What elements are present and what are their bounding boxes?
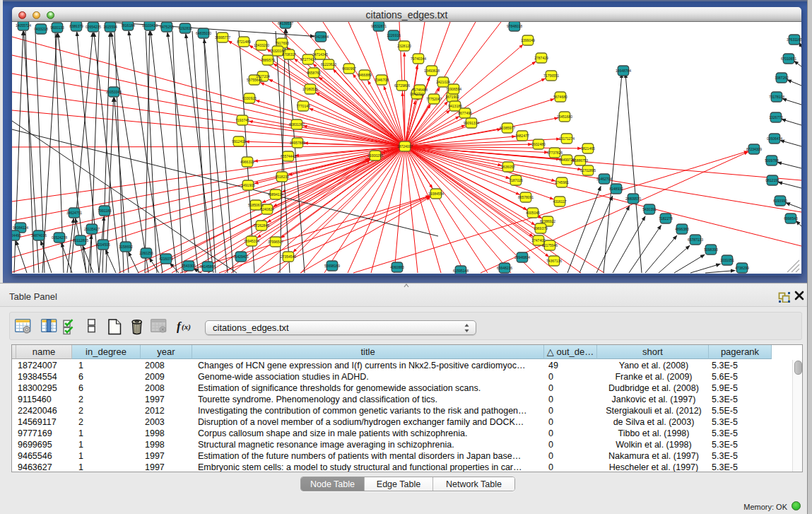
svg-text:62729806: 62729806 <box>394 83 410 88</box>
svg-text:8721489: 8721489 <box>237 40 251 44</box>
svg-text:9413186: 9413186 <box>448 104 462 108</box>
svg-text:7193745: 7193745 <box>235 118 249 122</box>
svg-text:1031051: 1031051 <box>720 258 734 262</box>
svg-text:1745961: 1745961 <box>555 180 569 185</box>
svg-text:15451680: 15451680 <box>557 115 572 119</box>
svg-text:34874016: 34874016 <box>31 233 47 238</box>
svg-text:5466889: 5466889 <box>358 73 372 77</box>
svg-text:3482477: 3482477 <box>515 134 529 138</box>
svg-text:1615594: 1615594 <box>103 25 117 29</box>
svg-text:2787429: 2787429 <box>534 56 548 60</box>
svg-text:20053346: 20053346 <box>106 90 122 94</box>
svg-text:36995777: 36995777 <box>215 35 230 40</box>
svg-text:1226916: 1226916 <box>387 33 401 37</box>
svg-text:6690967: 6690967 <box>342 66 356 71</box>
svg-text:4216073: 4216073 <box>159 257 173 261</box>
svg-text:7543303: 7543303 <box>182 264 196 268</box>
svg-text:7889579: 7889579 <box>261 58 275 62</box>
svg-text:74367136: 74367136 <box>546 259 562 263</box>
svg-text:7917693: 7917693 <box>275 41 289 45</box>
svg-text:71746488: 71746488 <box>412 88 428 92</box>
svg-text:7182278: 7182278 <box>659 216 673 221</box>
svg-text:0842710: 0842710 <box>410 92 424 96</box>
svg-text:8708317: 8708317 <box>282 52 296 57</box>
svg-text:65787133: 65787133 <box>688 238 703 242</box>
svg-text:16648784: 16648784 <box>616 69 631 73</box>
svg-text:5240824: 5240824 <box>260 207 274 211</box>
svg-text:7991183: 7991183 <box>98 209 111 213</box>
svg-text:1824493: 1824493 <box>12 233 21 238</box>
svg-text:1491905: 1491905 <box>241 183 255 187</box>
svg-text:25135427: 25135427 <box>84 227 100 231</box>
svg-text:1969379: 1969379 <box>534 226 548 230</box>
svg-text:87234309: 87234309 <box>746 147 762 151</box>
svg-text:62386922: 62386922 <box>540 219 555 223</box>
svg-text:6193990: 6193990 <box>773 199 787 203</box>
svg-text:2328120: 2328120 <box>397 44 411 48</box>
svg-text:7346706: 7346706 <box>375 78 389 82</box>
svg-text:3747407: 3747407 <box>531 238 546 243</box>
svg-text:0330923: 0330923 <box>242 96 257 100</box>
svg-text:8148932: 8148932 <box>609 187 623 191</box>
svg-text:9912419: 9912419 <box>232 139 246 144</box>
svg-text:55886753: 55886753 <box>572 158 588 163</box>
svg-text:4316117: 4316117 <box>553 199 566 204</box>
svg-text:5009788: 5009788 <box>765 158 779 163</box>
svg-text:37996507: 37996507 <box>268 240 283 244</box>
svg-text:77752047: 77752047 <box>426 97 442 101</box>
svg-text:19384554: 19384554 <box>428 192 444 196</box>
svg-text:4896383: 4896383 <box>675 227 689 231</box>
svg-text:96532871: 96532871 <box>371 24 387 28</box>
svg-text:1399049: 1399049 <box>521 38 535 42</box>
svg-text:0812191: 0812191 <box>765 178 779 182</box>
svg-text:67737826: 67737826 <box>547 151 563 155</box>
svg-text:99091334: 99091334 <box>464 121 479 125</box>
svg-text:6998543: 6998543 <box>784 216 798 221</box>
svg-text:51462704: 51462704 <box>596 177 612 181</box>
svg-text:82175946: 82175946 <box>542 243 558 247</box>
svg-text:55698169: 55698169 <box>324 264 340 268</box>
svg-text:4005045: 4005045 <box>526 211 540 215</box>
svg-text:5674680: 5674680 <box>553 95 567 99</box>
svg-text:4966319: 4966319 <box>240 160 254 164</box>
svg-text:60385977: 60385977 <box>500 126 515 130</box>
svg-text:62702895: 62702895 <box>580 168 596 173</box>
svg-text:81223623: 81223623 <box>321 62 336 66</box>
svg-text:34714345: 34714345 <box>312 52 328 57</box>
svg-text:13493618: 13493618 <box>424 69 440 73</box>
svg-text:19300295: 19300295 <box>367 153 383 158</box>
svg-text:1326773: 1326773 <box>769 115 783 119</box>
svg-text:29946804: 29946804 <box>514 255 530 259</box>
svg-text:3518233: 3518233 <box>275 175 289 179</box>
svg-text:71756551: 71756551 <box>543 74 559 78</box>
svg-text:34957885: 34957885 <box>290 141 305 145</box>
svg-text:5098393: 5098393 <box>704 247 718 252</box>
svg-text:18724007: 18724007 <box>397 144 413 148</box>
svg-text:67010651: 67010651 <box>781 57 796 61</box>
svg-text:28809570: 28809570 <box>625 197 641 201</box>
svg-text:64835030: 64835030 <box>196 31 211 35</box>
svg-text:02606474: 02606474 <box>767 136 782 141</box>
svg-text:0433218: 0433218 <box>34 27 48 31</box>
svg-text:72423884: 72423884 <box>313 35 329 39</box>
svg-text:8386379: 8386379 <box>69 24 83 28</box>
svg-text:79740344: 79740344 <box>411 57 426 61</box>
svg-text:71906594: 71906594 <box>446 87 461 91</box>
svg-text:(x): (x) <box>182 322 191 332</box>
svg-text:9600133: 9600133 <box>50 25 64 30</box>
svg-text:13433200: 13433200 <box>254 43 269 47</box>
svg-text:01429401: 01429401 <box>233 255 249 259</box>
svg-text:2421024: 2421024 <box>436 80 450 84</box>
svg-text:6204505: 6204505 <box>96 243 110 247</box>
svg-text:64139537: 64139537 <box>278 22 293 25</box>
svg-text:76945314: 76945314 <box>244 239 259 243</box>
svg-text:1671902: 1671902 <box>445 95 459 99</box>
svg-text:6475255: 6475255 <box>160 25 174 29</box>
svg-text:17080531: 17080531 <box>302 87 318 91</box>
svg-text:0932480: 0932480 <box>531 142 546 146</box>
svg-text:53755646: 53755646 <box>247 78 262 82</box>
svg-text:4738299: 4738299 <box>735 266 749 270</box>
svg-text:4192832: 4192832 <box>178 26 192 30</box>
svg-text:86578091: 86578091 <box>518 195 534 199</box>
svg-text:13171274: 13171274 <box>559 136 575 141</box>
